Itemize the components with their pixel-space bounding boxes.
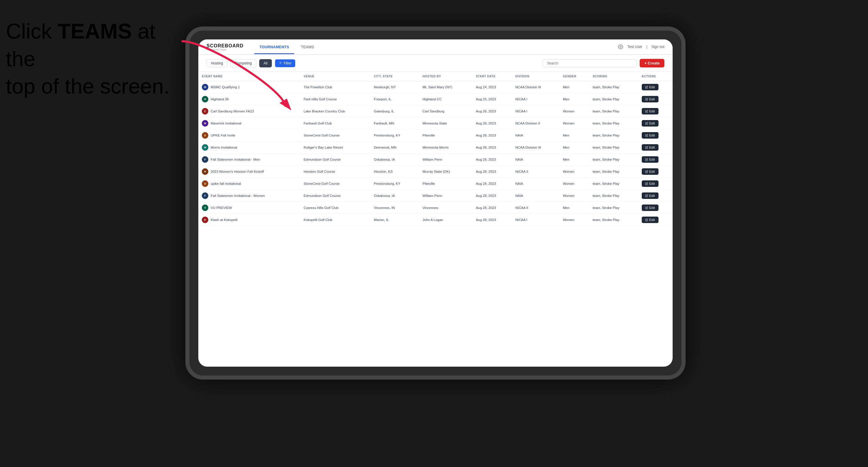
table-row: U upike fall invitational StoneCrest Gol… bbox=[198, 178, 673, 190]
edit-button[interactable]: Edit bbox=[642, 132, 658, 138]
cell-hosted-by: Minnesota-Morris bbox=[419, 142, 472, 154]
edit-icon bbox=[645, 122, 648, 125]
edit-icon bbox=[645, 86, 648, 89]
cell-actions: Edit bbox=[638, 154, 673, 166]
cell-hosted-by: Pikeville bbox=[419, 129, 472, 142]
team-logo: U bbox=[202, 180, 208, 187]
cell-venue: Cypress Hills Golf Club bbox=[300, 202, 370, 214]
cell-venue: Lake Bracken Country Club bbox=[300, 105, 370, 117]
cell-event-name: V VU PREVIEW bbox=[198, 202, 300, 214]
cell-event-name: U upike fall invitational bbox=[198, 178, 300, 190]
edit-button[interactable]: Edit bbox=[642, 120, 658, 127]
cell-gender: Men bbox=[559, 202, 589, 214]
cell-division: NCAA Division III bbox=[512, 142, 559, 154]
event-name-text: Maverick Invitational bbox=[211, 122, 241, 125]
edit-icon bbox=[645, 182, 648, 185]
event-name-text: Fall Statesmen Invitational - Women bbox=[211, 194, 265, 197]
cell-gender: Men bbox=[559, 129, 589, 142]
cell-division: NCAA Division III bbox=[512, 81, 559, 93]
cell-venue: Kokopelli Golf Club bbox=[300, 214, 370, 226]
edit-icon bbox=[645, 134, 648, 137]
tab-teams[interactable]: TEAMS bbox=[296, 42, 319, 54]
edit-icon bbox=[645, 218, 648, 221]
settings-icon[interactable] bbox=[618, 44, 623, 50]
cell-gender: Men bbox=[559, 142, 589, 154]
cell-city-state: Prestonsburg, KY bbox=[370, 178, 419, 190]
table-row: V VU PREVIEW Cypress Hills Golf Club Vin… bbox=[198, 202, 673, 214]
cell-actions: Edit bbox=[638, 214, 673, 226]
table-row: M Morris Invitational Ruttger's Bay Lake… bbox=[198, 142, 673, 154]
cell-hosted-by: John A Logan bbox=[419, 214, 472, 226]
table-row: K Klash at Kokopelli Kokopelli Golf Club… bbox=[198, 214, 673, 226]
cell-division: NICAA I bbox=[512, 105, 559, 117]
cell-gender: Men bbox=[559, 93, 589, 105]
team-logo: H bbox=[202, 168, 208, 175]
edit-button[interactable]: Edit bbox=[642, 84, 658, 90]
event-name-text: Klash at Kokopelli bbox=[211, 218, 238, 222]
cell-start-date: Aug 24, 2023 bbox=[472, 81, 512, 93]
cell-start-date: Aug 28, 2023 bbox=[472, 202, 512, 214]
tablet-side-button bbox=[681, 143, 684, 160]
user-name: Test User bbox=[627, 45, 642, 49]
cell-actions: Edit bbox=[638, 178, 673, 190]
team-logo: V bbox=[202, 205, 208, 211]
team-logo: M bbox=[202, 120, 208, 127]
event-name-text: VU PREVIEW bbox=[211, 206, 232, 210]
edit-button[interactable]: Edit bbox=[642, 217, 658, 223]
cell-city-state: Freeport, IL bbox=[370, 93, 419, 105]
cell-event-name: U UPKE Fall Invite bbox=[198, 129, 300, 142]
cell-hosted-by: Murray State (OK) bbox=[419, 166, 472, 178]
edit-icon bbox=[645, 158, 648, 161]
search-input[interactable] bbox=[542, 59, 637, 67]
cell-scoring: team, Stroke Play bbox=[589, 178, 638, 190]
cell-scoring: team, Stroke Play bbox=[589, 129, 638, 142]
team-logo: K bbox=[202, 217, 208, 223]
event-name-text: upike fall invitational bbox=[211, 182, 241, 185]
team-logo: U bbox=[202, 132, 208, 138]
create-button[interactable]: + Create bbox=[640, 59, 664, 67]
cell-start-date: Aug 28, 2023 bbox=[472, 178, 512, 190]
cell-event-name: M Morris Invitational bbox=[198, 142, 300, 154]
cell-gender: Women bbox=[559, 178, 589, 190]
cell-start-date: Aug 28, 2023 bbox=[472, 117, 512, 129]
cell-start-date: Aug 28, 2023 bbox=[472, 129, 512, 142]
edit-button[interactable]: Edit bbox=[642, 108, 658, 115]
cell-scoring: team, Stroke Play bbox=[589, 154, 638, 166]
event-name-text: 2023 Women's Hesston Fall Kickoff bbox=[211, 170, 264, 173]
arrow-indicator bbox=[170, 35, 294, 113]
table-row: F Fall Statesmen Invitational - Men Edmu… bbox=[198, 154, 673, 166]
edit-button[interactable]: Edit bbox=[642, 144, 658, 151]
edit-button[interactable]: Edit bbox=[642, 205, 658, 211]
cell-gender: Women bbox=[559, 166, 589, 178]
cell-hosted-by: Highland CC bbox=[419, 93, 472, 105]
cell-city-state: Faribault, MN bbox=[370, 117, 419, 129]
cell-start-date: Aug 28, 2023 bbox=[472, 190, 512, 202]
table-row: H 2023 Women's Hesston Fall Kickoff Hess… bbox=[198, 166, 673, 178]
cell-hosted-by: Vincennes bbox=[419, 202, 472, 214]
cell-gender: Men bbox=[559, 154, 589, 166]
edit-button[interactable]: Edit bbox=[642, 156, 658, 163]
edit-button[interactable]: Edit bbox=[642, 96, 658, 102]
header-separator: | bbox=[646, 45, 647, 49]
col-start-date: START DATE bbox=[472, 72, 512, 81]
cell-venue: StoneCrest Golf Course bbox=[300, 178, 370, 190]
cell-gender: Women bbox=[559, 190, 589, 202]
cell-event-name: M Maverick Invitational bbox=[198, 117, 300, 129]
edit-button[interactable]: Edit bbox=[642, 180, 658, 187]
cell-division: NCAA Division II bbox=[512, 117, 559, 129]
edit-button[interactable]: Edit bbox=[642, 168, 658, 175]
edit-icon bbox=[645, 170, 648, 173]
cell-hosted-by: William Penn bbox=[419, 154, 472, 166]
cell-start-date: Aug 25, 2023 bbox=[472, 93, 512, 105]
edit-button[interactable]: Edit bbox=[642, 192, 658, 199]
cell-venue: Faribault Golf Club bbox=[300, 117, 370, 129]
cell-venue: Park Hills Golf Course bbox=[300, 93, 370, 105]
sign-out-link[interactable]: Sign out bbox=[651, 45, 664, 49]
svg-marker-0 bbox=[280, 99, 291, 111]
cell-event-name: H 2023 Women's Hesston Fall Kickoff bbox=[198, 166, 300, 178]
col-gender: GENDER bbox=[559, 72, 589, 81]
cell-division: NAIA bbox=[512, 154, 559, 166]
team-logo: F bbox=[202, 156, 208, 163]
team-logo: F bbox=[202, 192, 208, 199]
cell-actions: Edit bbox=[638, 105, 673, 117]
